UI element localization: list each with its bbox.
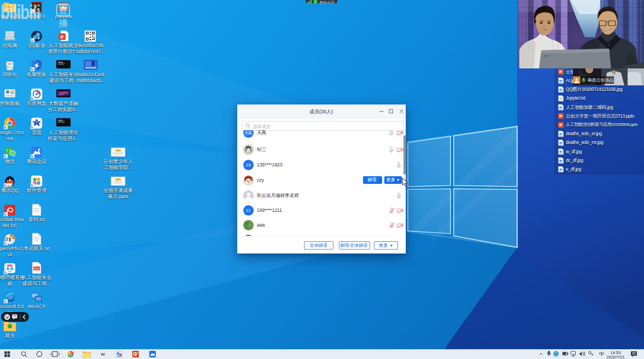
svg-text:W: W	[101, 352, 105, 357]
svg-text:中: 中	[599, 351, 605, 357]
svg-text:南昌云创场晶: 南昌云创场晶	[588, 78, 614, 83]
svg-text:腾讯会议: 腾讯会议	[319, 1, 335, 4]
svg-text:P: P	[60, 34, 63, 40]
svg-text:P: P	[134, 352, 137, 356]
svg-text:2020/7/21: 2020/7/21	[606, 355, 624, 359]
svg-text:PDF: PDF	[34, 267, 39, 270]
